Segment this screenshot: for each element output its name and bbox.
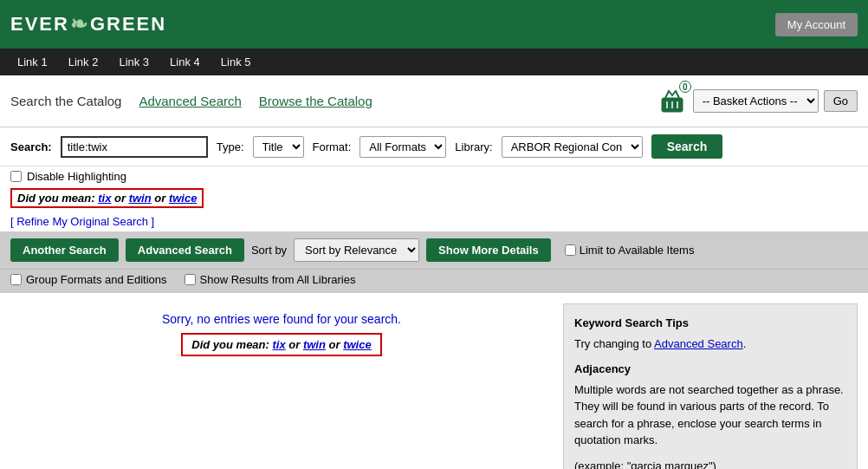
search-button[interactable]: Search [651,134,723,159]
show-more-details-button[interactable]: Show More Details [426,238,551,262]
nav-link-5[interactable]: Link 5 [211,49,262,75]
search-input[interactable] [61,136,208,158]
nav-link-4[interactable]: Link 4 [159,49,211,75]
tips-panel: Keyword Search Tips Try changing to Adva… [563,303,858,469]
basket-icon: 0 [657,84,688,118]
group-formats-checkbox[interactable] [10,274,22,285]
did-you-mean-suggestion2-header[interactable]: twin [129,192,152,205]
nav-link-3[interactable]: Link 3 [108,49,159,75]
disable-highlighting-row: Disable Highlighting [0,166,868,186]
results-suggestion2[interactable]: twin [303,338,326,351]
search-label: Search: [10,140,52,153]
sort-select[interactable]: Sort by Relevance [294,238,419,262]
tips-title: Keyword Search Tips [574,315,846,332]
browse-catalog-link[interactable]: Browse the Catalog [259,94,372,108]
did-you-mean-suggestion3-header[interactable]: twice [169,192,198,205]
results-suggestion3[interactable]: twice [343,338,372,351]
logo-leaf-icon: ❧ [70,12,89,36]
disable-highlighting-label: Disable Highlighting [27,170,126,183]
action-bar: Another Search Advanced Search Sort by S… [0,231,868,269]
basket-actions-select[interactable]: -- Basket Actions -- [693,89,819,113]
results-area: Sorry, no entries were found for your se… [0,293,868,469]
sub-header: Search the Catalog Advanced Search Brows… [0,75,868,127]
type-label: Type: [217,140,244,153]
go-button[interactable]: Go [824,90,858,112]
results-suggestion1[interactable]: tix [273,338,286,351]
type-select[interactable]: Title [253,136,304,158]
did-you-mean-header-row: Did you mean: tix or twin or twice [0,186,868,212]
nav-link-2[interactable]: Link 2 [58,49,109,75]
logo: EVER❧GREEN [10,12,166,36]
library-label: Library: [455,140,492,153]
nav-link-1[interactable]: Link 1 [7,49,58,75]
format-label: Format: [313,140,352,153]
options-bar: Group Formats and Editions Show Results … [0,269,868,293]
sub-header-links: Search the Catalog Advanced Search Brows… [10,94,639,108]
adjacency-title: Adjacency [574,361,846,378]
search-catalog-label: Search the Catalog [10,94,121,108]
did-you-mean-results-box: Did you mean: tix or twin or twice [181,333,381,356]
did-you-mean-header-box: Did you mean: tix or twin or twice [10,188,204,208]
results-or2: or [329,338,340,351]
library-select[interactable]: ARBOR Regional Con [502,136,643,158]
group-formats-label: Group Formats and Editions [10,273,167,286]
tips-advanced-search-link[interactable]: Advanced Search [654,337,743,350]
did-you-mean-results-prefix: Did you mean: [191,338,269,351]
sorry-text: Sorry, no entries were found for your se… [19,312,544,326]
limit-available-checkbox[interactable] [565,244,576,256]
header: EVER❧GREEN My Account [0,0,868,49]
adjacency-text: Multiple words are not searched together… [574,381,846,449]
show-all-libraries-checkbox[interactable] [185,274,196,285]
search-bar: Search: Type: Title Format: All Formats … [0,127,868,166]
results-main: Sorry, no entries were found for your se… [10,303,553,469]
advanced-search-button[interactable]: Advanced Search [126,238,244,262]
sort-by-label: Sort by [251,244,287,257]
tips-advanced-search-text: Try changing to Advanced Search. [574,335,846,353]
did-you-mean-prefix-header: Did you mean: [17,192,95,205]
basket-area: 0 -- Basket Actions -- Go [657,84,858,118]
advanced-search-link[interactable]: Advanced Search [139,94,241,108]
show-all-libraries-label: Show Results from All Libraries [185,273,356,286]
my-account-button[interactable]: My Account [775,13,858,36]
nav-bar: Link 1 Link 2 Link 3 Link 4 Link 5 [0,49,868,75]
refine-row: [ Refine My Original Search ] [0,212,868,231]
results-or1: or [288,338,300,351]
another-search-button[interactable]: Another Search [10,238,119,262]
did-you-mean-or1-header: or [114,192,126,205]
did-you-mean-or2-header: or [154,192,165,205]
adjacency-example: (example: "garcia marquez") [574,458,846,470]
refine-search-link[interactable]: [ Refine My Original Search ] [10,215,154,228]
format-select[interactable]: All Formats [360,136,446,158]
limit-available-label: Limit to Available Items [565,244,695,257]
disable-highlighting-checkbox[interactable] [10,171,22,182]
basket-count: 0 [679,81,691,93]
did-you-mean-suggestion1-header[interactable]: tix [98,192,111,205]
